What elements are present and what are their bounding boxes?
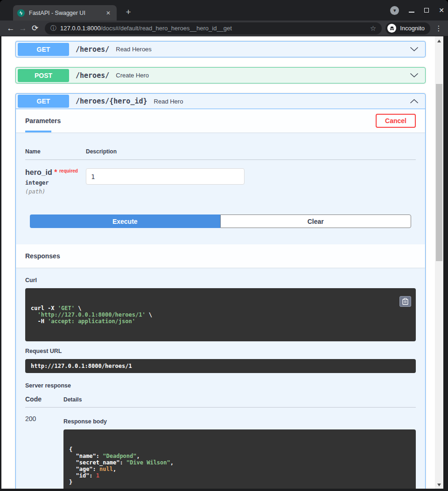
close-window-button[interactable]: ✕ [439,7,444,14]
curl-label: Curl [25,277,416,284]
chevron-down-icon[interactable] [410,73,419,78]
window-bottom-edge [1,489,448,491]
parameter-row: hero_id * required integer (path) [25,160,416,195]
responses-title: Responses [25,252,60,260]
fastapi-favicon-icon: ϟ [17,9,25,17]
endpoint-get-heroes: GET /heroes/ Read Heroes [15,41,426,57]
method-badge-get: GET [18,43,69,56]
parameter-value-cell [86,168,245,195]
parameters-table-header: Name Description [25,142,416,160]
incognito-label: Incognito [400,25,425,32]
bookmark-star-icon[interactable]: ☆ [370,24,376,33]
browser-toolbar: ← → ⟳ ⓘ 127.0.0.1:8000/docs#/default/rea… [0,21,448,36]
response-row: 200 Response body { "name": "Deadpond", … [25,408,416,491]
back-icon[interactable]: ← [5,24,17,33]
scrollbar-thumb[interactable] [436,84,442,261]
minimize-button[interactable] [409,12,414,13]
endpoint-path: /heroes/{hero_id} [76,97,147,105]
scrollbar-down-arrow-icon[interactable] [437,484,441,486]
maximize-button[interactable] [424,8,429,13]
clear-button[interactable]: Clear [220,214,412,228]
incognito-badge: Incognito [385,22,430,35]
execute-wrapper: Execute Clear [30,214,411,238]
active-tab-underline [25,131,51,132]
parameter-name: hero_id * required [25,168,86,177]
reload-icon[interactable]: ⟳ [29,23,41,33]
responses-section-header: Responses [16,244,425,268]
request-url-label: Request URL [25,348,416,354]
forward-icon[interactable]: → [17,24,29,33]
name-column-header: Name [25,148,86,155]
tab-search-icon[interactable]: ▾ [390,6,399,15]
chevron-down-icon[interactable] [410,47,419,52]
parameters-section-header: Parameters Cancel [16,109,425,132]
required-label: required [59,168,78,173]
status-code: 200 [25,415,63,491]
description-column-header: Description [86,148,117,155]
page-scrollbar[interactable] [435,36,443,491]
url-bar[interactable]: ⓘ 127.0.0.1:8000/docs#/default/read_hero… [45,22,382,35]
window-right-edge [443,36,448,491]
browser-window: ϟ FastAPI - Swagger UI ✕ + ▾ ✕ ← → ⟳ ⓘ 1… [0,0,448,491]
url-path: /docs#/default/read_hero_heroes__hero_id… [101,25,232,32]
execute-button[interactable]: Execute [30,214,220,228]
hero-id-input[interactable] [86,168,245,185]
method-badge-post: POST [18,69,69,82]
browser-menu-icon[interactable]: ⋮ [434,24,443,33]
endpoint-description: Read Heroes [116,46,410,53]
endpoint-post-heroes: POST /heroes/ Create Hero [15,67,426,83]
code-column-header: Code [25,395,63,403]
endpoint-description: Read Hero [154,98,410,105]
chevron-up-icon[interactable] [410,99,419,104]
window-controls: ▾ ✕ [390,0,444,21]
request-url-block: http://127.0.0.1:8000/heroes/1 [25,359,416,373]
browser-tab[interactable]: ϟ FastAPI - Swagger UI ✕ [13,5,117,21]
copy-curl-icon[interactable] [399,296,411,307]
endpoint-summary-row[interactable]: GET /heroes/ Read Heroes [16,41,425,57]
endpoint-path: /heroes/ [76,45,109,54]
response-details: Response body { "name": "Deadpond", "sec… [63,415,416,491]
endpoint-description: Create Hero [116,72,410,79]
response-body-block: { "name": "Deadpond", "secret_name": "Di… [63,429,416,491]
swagger-page: GET /heroes/ Read Heroes POST /heroes/ C… [0,36,448,491]
site-info-icon[interactable]: ⓘ [50,24,56,33]
new-tab-button[interactable]: + [122,7,134,19]
endpoint-summary-row[interactable]: POST /heroes/ Create Hero [16,68,425,83]
parameter-location: (path) [25,188,86,195]
method-badge-get: GET [18,95,69,108]
parameters-body: Name Description hero_id * required inte… [16,132,425,244]
details-column-header: Details [63,396,82,403]
parameter-type: integer [25,180,86,186]
response-body-label: Response body [63,418,416,425]
url-host: 127.0.0.1:8000 [60,25,101,32]
responses-body: Curl curl -X 'GET' \ 'http://127.0.0.1:8… [16,268,425,491]
endpoint-get-hero-by-id: GET /heroes/{hero_id} Read Hero Paramete… [15,93,426,491]
cancel-button[interactable]: Cancel [376,114,416,128]
required-asterisk: * [54,168,57,176]
tab-parameters[interactable]: Parameters [25,117,61,124]
swagger-content: GET /heroes/ Read Heroes POST /heroes/ C… [1,36,435,491]
url-text[interactable]: 127.0.0.1:8000/docs#/default/read_hero_h… [60,25,366,32]
scrollbar-up-arrow-icon[interactable] [437,40,441,42]
endpoint-summary-row[interactable]: GET /heroes/{hero_id} Read Hero [16,94,425,109]
server-response-label: Server response [25,382,416,389]
parameter-meta: hero_id * required integer (path) [25,168,86,195]
tab-title: FastAPI - Swagger UI [29,10,104,16]
endpoint-path: /heroes/ [76,71,109,80]
curl-command-block[interactable]: curl -X 'GET' \ 'http://127.0.0.1:8000/h… [25,288,416,341]
incognito-icon [387,24,396,33]
response-table-header: Code Details [25,395,416,408]
browser-titlebar: ϟ FastAPI - Swagger UI ✕ + ▾ ✕ [0,0,448,21]
tab-close-icon[interactable]: ✕ [104,9,112,17]
